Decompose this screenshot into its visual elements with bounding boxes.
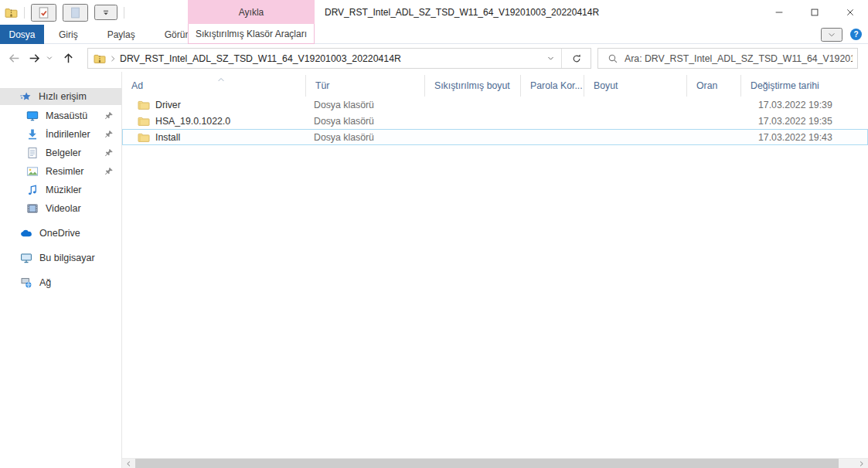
breadcrumb-chevron-icon[interactable]	[109, 55, 117, 63]
recent-locations-dropdown[interactable]	[43, 49, 56, 67]
sort-ascending-icon	[216, 75, 226, 84]
pictures-icon	[26, 165, 39, 178]
ribbon-tab-row: Dosya Giriş Paylaş Görünüm	[0, 25, 868, 44]
toolbar-separator	[124, 7, 124, 19]
file-list: Ad Tür Sıkıştırılmış boyut Parola Kor...…	[122, 72, 868, 458]
column-header-row: Ad Tür Sıkıştırılmış boyut Parola Kor...…	[122, 75, 868, 97]
folder-icon	[138, 115, 150, 127]
window-title: DRV_RST_Intel_ADL_SZ_TSD_W11_64_V1920100…	[325, 0, 599, 25]
quick-access-toolbar	[5, 0, 124, 25]
column-header-compressed-size[interactable]: Sıkıştırılmış boyut	[425, 75, 521, 97]
scroll-right-icon[interactable]	[855, 459, 868, 468]
documents-icon	[26, 147, 39, 159]
contextual-group-label: Ayıkla	[239, 7, 264, 18]
sidebar-item-desktop[interactable]: Masaüstü	[0, 107, 121, 125]
title-bar: Ayıkla DRV_RST_Intel_ADL_SZ_TSD_W11_64_V…	[0, 0, 868, 25]
table-row-highlighted[interactable]: Install Dosya klasörü 17.03.2022 19:43	[122, 129, 868, 145]
back-button[interactable]	[5, 49, 23, 67]
column-header-size[interactable]: Boyut	[584, 75, 687, 97]
scrollbar-thumb[interactable]	[135, 459, 839, 468]
search-input[interactable]	[618, 53, 857, 64]
customize-toolbar-dropdown[interactable]	[94, 5, 117, 20]
address-dropdown-button[interactable]	[540, 49, 561, 68]
ribbon-right-controls: ?	[821, 25, 862, 44]
folder-icon	[138, 131, 150, 144]
search-box[interactable]	[597, 48, 858, 69]
new-folder-button[interactable]	[63, 4, 88, 22]
file-modified-date: 17.03.2022 19:35	[741, 116, 868, 127]
file-type: Dosya klasörü	[306, 116, 425, 127]
table-row[interactable]: HSA_19.0.1022.0 Dosya klasörü 17.03.2022…	[122, 113, 868, 129]
breadcrumb-path[interactable]: DRV_RST_Intel_ADL_SZ_TSD_W11_64_V1920100…	[120, 53, 401, 64]
table-row[interactable]: Driver Dosya klasörü 17.03.2022 19:39	[122, 97, 868, 113]
pin-icon	[104, 111, 114, 120]
address-zip-icon	[94, 53, 106, 65]
file-name: Install	[155, 132, 180, 143]
help-icon[interactable]: ?	[850, 29, 862, 40]
up-button[interactable]	[59, 49, 77, 67]
navigation-pane: Hızlı erişim Masaüstü İndirilenler Belge…	[0, 72, 122, 468]
pin-icon	[104, 130, 114, 139]
computer-icon	[20, 252, 32, 264]
close-button[interactable]	[832, 0, 868, 25]
sidebar-item-pictures[interactable]: Resimler	[0, 162, 121, 181]
pin-icon	[104, 148, 114, 158]
pin-icon	[104, 167, 114, 176]
sidebar-item-network[interactable]: Ağ	[0, 273, 121, 292]
sidebar-item-this-pc[interactable]: Bu bilgisayar	[0, 249, 121, 267]
refresh-button[interactable]	[561, 49, 591, 68]
network-icon	[20, 276, 32, 289]
desktop-icon	[26, 110, 39, 122]
tab-share[interactable]: Paylaş	[93, 25, 150, 44]
explorer-window: Ayıkla DRV_RST_Intel_ADL_SZ_TSD_W11_64_V…	[0, 0, 868, 468]
tab-home[interactable]: Giriş	[44, 25, 93, 44]
sidebar-item-music[interactable]: Müzikler	[0, 181, 121, 199]
file-type: Dosya klasörü	[306, 100, 425, 110]
tab-file[interactable]: Dosya	[0, 25, 44, 44]
downloads-icon	[26, 128, 39, 141]
column-header-name[interactable]: Ad	[122, 75, 306, 97]
videos-icon	[26, 202, 39, 215]
file-name: Driver	[155, 100, 181, 110]
music-icon	[26, 184, 39, 196]
forward-button[interactable]	[25, 49, 43, 67]
scroll-left-icon[interactable]	[122, 459, 135, 468]
tab-compressed-folder-tools[interactable]: Sıkıştırılmış Klasör Araçları	[188, 24, 315, 44]
properties-button[interactable]	[31, 4, 56, 22]
search-icon	[608, 53, 618, 64]
toolbar-separator	[24, 7, 25, 19]
quick-access-icon	[20, 90, 32, 102]
sidebar-item-onedrive[interactable]: OneDrive	[0, 224, 121, 242]
onedrive-icon	[20, 227, 32, 239]
file-type: Dosya klasörü	[306, 132, 425, 143]
maximize-button[interactable]	[797, 0, 832, 25]
contextual-group-extract: Ayıkla	[188, 0, 315, 24]
sidebar-item-quick-access[interactable]: Hızlı erişim	[0, 88, 121, 105]
zip-app-icon[interactable]	[5, 6, 18, 19]
sidebar-item-downloads[interactable]: İndirilenler	[0, 125, 121, 144]
file-name: HSA_19.0.1022.0	[155, 116, 230, 127]
file-modified-date: 17.03.2022 19:43	[741, 132, 868, 143]
window-controls	[761, 0, 868, 25]
address-bar[interactable]: DRV_RST_Intel_ADL_SZ_TSD_W11_64_V1920100…	[87, 48, 591, 69]
minimize-button[interactable]	[761, 0, 797, 25]
horizontal-scrollbar[interactable]	[122, 458, 868, 468]
sidebar-item-documents[interactable]: Belgeler	[0, 144, 121, 162]
file-modified-date: 17.03.2022 19:39	[741, 100, 868, 110]
sidebar-item-videos[interactable]: Videolar	[0, 199, 121, 218]
address-row: DRV_RST_Intel_ADL_SZ_TSD_W11_64_V1920100…	[0, 44, 868, 72]
column-header-modified[interactable]: Değiştirme tarihi	[741, 75, 868, 97]
column-header-password[interactable]: Parola Kor...	[521, 75, 584, 97]
column-header-type[interactable]: Tür	[306, 75, 425, 97]
folder-icon	[138, 99, 150, 111]
column-header-ratio[interactable]: Oran	[687, 75, 741, 97]
minimize-ribbon-chevron[interactable]	[821, 28, 842, 42]
